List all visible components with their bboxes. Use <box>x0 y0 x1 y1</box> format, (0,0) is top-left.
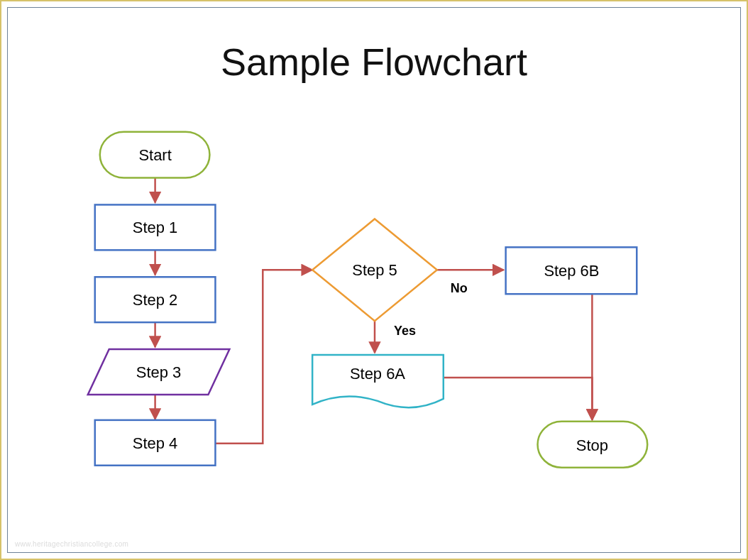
flowchart-svg: Start Step 1 Step 2 Step 3 Step 4 <box>8 8 740 553</box>
edge-step4-step5 <box>213 270 312 444</box>
watermark-text: www.heritagechristiancollege.com <box>15 540 128 548</box>
label-step6a: Step 6A <box>350 365 405 383</box>
node-step6b: Step 6B <box>506 247 637 294</box>
label-step1: Step 1 <box>133 219 177 236</box>
label-step5: Step 5 <box>352 261 397 279</box>
label-step3: Step 3 <box>136 363 181 381</box>
node-step4: Step 4 <box>95 420 216 466</box>
label-step2: Step 2 <box>133 291 177 309</box>
node-step1: Step 1 <box>95 204 216 250</box>
node-step3: Step 3 <box>88 349 230 395</box>
outer-frame: Sample Flowchart <box>0 0 748 560</box>
document-canvas: Sample Flowchart <box>7 7 741 553</box>
node-step2: Step 2 <box>95 277 216 322</box>
label-step6b: Step 6B <box>544 262 599 280</box>
label-step4: Step 4 <box>133 434 177 452</box>
label-start: Start <box>138 146 171 164</box>
node-step5: Step 5 <box>312 219 437 321</box>
node-step6a: Step 6A <box>312 355 444 407</box>
edge-label-yes: Yes <box>394 324 416 338</box>
node-start: Start <box>100 132 210 178</box>
edge-step6a-stop <box>444 378 593 420</box>
node-stop: Stop <box>538 422 648 468</box>
edge-label-no: No <box>451 281 468 295</box>
label-stop: Stop <box>576 437 608 454</box>
